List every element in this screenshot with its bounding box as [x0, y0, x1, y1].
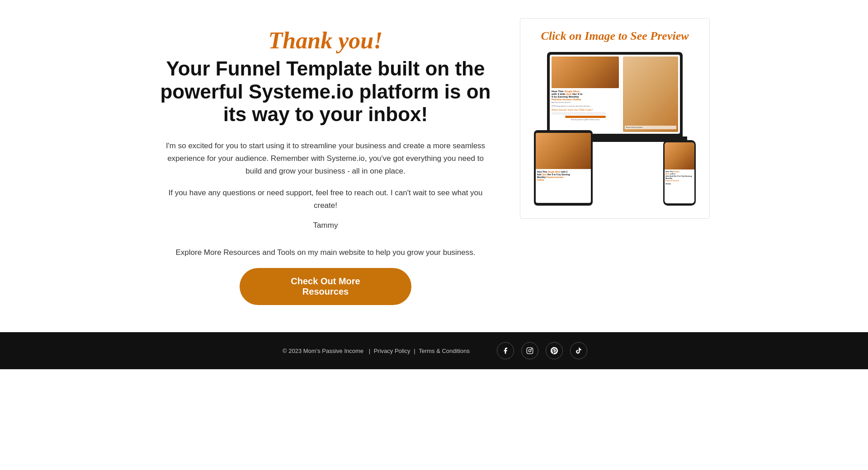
- privacy-policy-link[interactable]: Privacy Policy: [374, 348, 410, 354]
- phone-mockup: How This Single Mom with 2 kids Quit Her…: [663, 140, 696, 206]
- tiktok-icon[interactable]: [570, 342, 587, 359]
- left-section: Thank you! Your Funnel Template built on…: [158, 18, 493, 305]
- footer: © 2023 Mom's Passive Income | Privacy Po…: [0, 332, 868, 369]
- device-mockup: How This Single Mom with 2 kids Quit Her…: [529, 52, 700, 206]
- explore-text: Explore More Resources and Tools on my m…: [158, 248, 493, 257]
- preview-title: Click on Image to See Preview: [529, 29, 700, 43]
- laptop-mockup: How This Single Mom with 2 kids Quit Her…: [547, 52, 683, 142]
- instagram-icon[interactable]: [521, 342, 538, 359]
- social-links: [497, 342, 587, 359]
- body-text-1: I'm so excited for you to start using it…: [158, 140, 493, 178]
- check-out-resources-button[interactable]: Check Out More Resources: [240, 268, 411, 305]
- svg-point-2: [531, 349, 532, 349]
- facebook-icon[interactable]: [497, 342, 514, 359]
- tablet-mockup: How This Single Mom with 2 kids Quit Her…: [534, 130, 593, 206]
- pinterest-icon[interactable]: [546, 342, 563, 359]
- terms-conditions-link[interactable]: Terms & Conditions: [419, 348, 470, 354]
- svg-rect-0: [527, 348, 533, 353]
- main-heading: Your Funnel Template built on the powerf…: [158, 57, 493, 126]
- preview-panel[interactable]: Click on Image to See Preview How This S…: [520, 18, 710, 219]
- footer-copyright: © 2023 Mom's Passive Income | Privacy Po…: [281, 348, 470, 354]
- signature: Tammy: [158, 221, 493, 230]
- body-text-2: If you have any questions or need suppor…: [158, 187, 493, 212]
- thank-you-title: Thank you!: [158, 27, 493, 54]
- svg-point-1: [528, 349, 531, 352]
